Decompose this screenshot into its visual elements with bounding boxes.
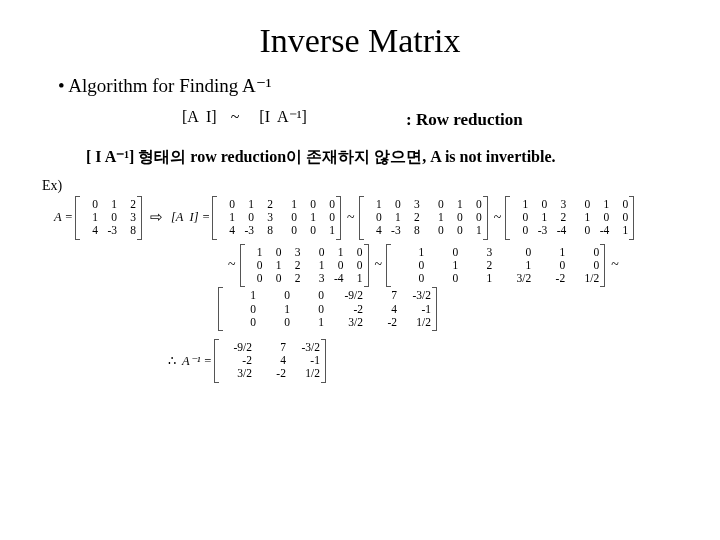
example-row-2: ~ 1030100121000023-41 ~ 1030100121000013… [220,244,720,331]
matrix-s2: 1030100121000-3-40-41 [507,196,632,240]
ai-equals-label: [A I] = [171,210,210,225]
row-reduction-label: : Row reduction [406,110,523,130]
rr-tilde: ~ [231,108,240,125]
therefore-symbol: ∴ [168,353,176,369]
rr-right: [I A⁻¹] [259,108,306,125]
rr-left: [A I] [182,108,217,125]
tilde-icon: ~ [228,257,236,273]
page-title: Inverse Matrix [0,22,720,60]
tilde-icon: ~ [611,257,619,273]
example-row-1: A = 0121034-38 ⇨ [A I] = 0121001030104-3… [54,196,720,240]
row-reduction-line: [A I] ~ [I A⁻¹] : Row reduction [0,107,720,139]
matrix-A: 0121034-38 [77,196,140,240]
a-equals-label: A = [54,210,73,225]
tilde-icon: ~ [494,210,502,226]
arrow-icon: ⇨ [150,208,163,226]
example-label: Ex) [42,178,720,194]
a-inverse-equals-label: A⁻¹ = [182,353,212,369]
example-result-row: ∴ A⁻¹ = -9/27-3/2-24-13/2-21/2 [168,339,720,383]
matrix-AI: 0121001030104-38001 [214,196,339,240]
row-reduction-expression: [A I] ~ [I A⁻¹] [182,107,307,126]
matrix-s1: 1030100121004-38001 [361,196,486,240]
tilde-icon: ~ [375,257,383,273]
matrix-A-inverse: -9/27-3/2-24-13/2-21/2 [216,339,324,383]
matrix-s3: 1030100121000023-41 [242,244,367,288]
noninvertible-condition: [ I A⁻¹] 형태의 row reduction이 존재하지 않으면, A … [86,147,720,168]
tilde-icon: ~ [347,210,355,226]
subheading: • Algorithm for Finding A⁻¹ [58,74,720,97]
matrix-s5: 100-9/27-3/2010-24-10013/2-21/2 [220,287,435,331]
matrix-s4: 1030100121000013/2-21/2 [388,244,603,288]
